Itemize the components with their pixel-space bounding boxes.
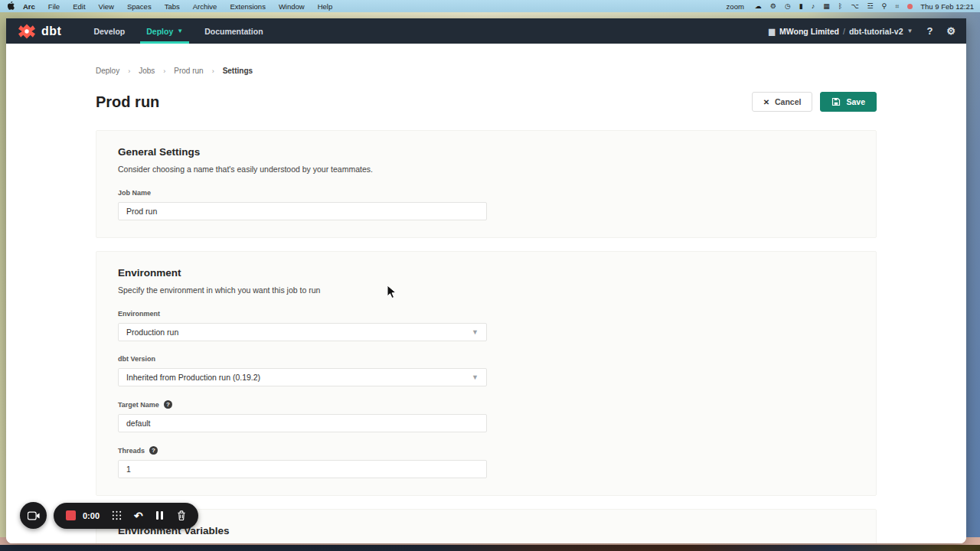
undo-restart-icon[interactable]: ↶ (134, 510, 143, 522)
project-name: dbt-tutorial-v2 (849, 27, 903, 36)
clock-icon[interactable]: ◷ (785, 3, 791, 10)
save-button-label: Save (846, 97, 865, 106)
video-camera-icon (28, 511, 40, 520)
cancel-button[interactable]: ✕ Cancel (752, 92, 813, 112)
general-settings-title: General Settings (118, 146, 854, 158)
threads-label: Threads (118, 447, 145, 455)
menubar-clock[interactable]: Thu 9 Feb 12:21 (920, 2, 974, 11)
stop-record-button[interactable] (66, 510, 76, 520)
environment-variables-card: Environment Variables Job level override… (96, 509, 877, 543)
nav-link-develop[interactable]: Develop (83, 18, 136, 44)
account-slash: / (843, 27, 845, 36)
mouse-cursor (387, 285, 397, 303)
zoom-status-item[interactable]: zoom (727, 2, 744, 11)
trash-icon[interactable] (177, 510, 186, 520)
account-project-switcher[interactable]: ▆ MWong Limited / dbt-tutorial-v2 ▼ (769, 27, 913, 36)
dbt-version-select[interactable]: Inherited from Production run (0.19.2) ▼ (118, 368, 487, 386)
threads-help-icon[interactable]: ? (149, 446, 158, 455)
nav-spacer (274, 18, 769, 44)
nav-link-documentation[interactable]: Documentation (194, 18, 273, 44)
environment-variables-title: Environment Variables (118, 525, 854, 536)
nav-link-documentation-label: Documentation (204, 27, 263, 36)
breadcrumb-separator: › (163, 67, 165, 75)
menubar-item-edit[interactable]: Edit (73, 2, 85, 11)
wifi-icon[interactable]: ☲ (867, 3, 874, 10)
target-name-input[interactable] (118, 414, 487, 432)
nav-right: ▆ MWong Limited / dbt-tutorial-v2 ▼ ? ⚙ (769, 18, 966, 44)
volume-icon[interactable]: ♪ (812, 3, 815, 10)
menubar-item-extensions[interactable]: Extensions (230, 2, 265, 11)
cloud-icon[interactable]: ☁ (755, 3, 762, 10)
bluetooth-icon[interactable]: ᛒ (838, 3, 842, 10)
search-icon[interactable]: ⚲ (882, 3, 887, 10)
keyboard-icon[interactable]: ⌥ (851, 3, 858, 10)
breadcrumb-separator: › (128, 67, 130, 75)
breadcrumb-deploy[interactable]: Deploy (96, 67, 119, 75)
macos-menubar: Arc File Edit View Spaces Tabs Archive E… (0, 0, 980, 12)
nav-link-deploy[interactable]: Deploy ▼ (136, 18, 194, 44)
help-icon[interactable]: ? (926, 25, 933, 37)
dbt-logo-icon (17, 23, 37, 40)
environment-card: Environment Specify the environment in w… (96, 251, 877, 496)
dbt-logo[interactable]: dbt (17, 18, 61, 44)
dock-strip (0, 545, 980, 551)
page-content: Deploy › Jobs › Prod run › Settings Prod… (6, 44, 966, 543)
environment-description: Specify the environment in which you wan… (118, 285, 854, 295)
apple-menu-icon[interactable] (8, 2, 15, 11)
nav-link-develop-label: Develop (93, 27, 125, 36)
job-name-input[interactable] (118, 202, 487, 220)
menubar-item-help[interactable]: Help (318, 2, 333, 11)
breadcrumb-settings: Settings (223, 67, 253, 75)
chevron-down-icon: ▼ (177, 28, 183, 34)
menubar-item-window[interactable]: Window (279, 2, 305, 11)
close-icon: ✕ (763, 98, 769, 106)
screen-recorder-toolbar: 0:00 ↶ (20, 502, 198, 529)
target-name-help-icon[interactable]: ? (164, 400, 172, 409)
menubar-item-arc[interactable]: Arc (23, 2, 35, 11)
target-name-label: Target Name (118, 401, 159, 409)
environment-select-value: Production run (126, 328, 178, 337)
job-name-label: Job Name (118, 189, 854, 197)
drag-handle-icon[interactable] (112, 510, 122, 520)
breadcrumb-prod-run[interactable]: Prod run (174, 67, 203, 75)
page-title: Prod run (96, 93, 159, 111)
breadcrumb: Deploy › Jobs › Prod run › Settings (96, 67, 877, 75)
menubar-item-file[interactable]: File (48, 2, 60, 11)
dbt-version-select-value: Inherited from Production run (0.19.2) (126, 373, 260, 382)
recorder-controls-pill: 0:00 ↶ (54, 503, 198, 529)
chevron-down-icon: ▼ (906, 28, 913, 34)
cancel-button-label: Cancel (775, 97, 801, 106)
camera-button[interactable] (20, 502, 47, 529)
environment-select[interactable]: Production run ▼ (118, 323, 487, 341)
chevron-down-icon: ▼ (472, 373, 479, 381)
pause-icon[interactable] (155, 511, 165, 520)
gear-icon[interactable]: ⚙ (770, 3, 776, 10)
nav-link-deploy-label: Deploy (146, 27, 173, 36)
record-timer: 0:00 (83, 511, 100, 520)
environment-select-label: Environment (118, 310, 854, 318)
general-settings-description: Consider choosing a name that's easily u… (118, 165, 854, 174)
menubar-item-spaces[interactable]: Spaces (127, 2, 152, 11)
dbt-brand-name: dbt (41, 24, 61, 38)
chevron-down-icon: ▼ (472, 328, 479, 336)
dbt-navbar: dbt Develop Deploy ▼ Documentation ▆ MWo… (6, 18, 966, 44)
menubar-item-tabs[interactable]: Tabs (165, 2, 180, 11)
settings-gear-icon[interactable]: ⚙ (946, 25, 956, 37)
nav-links: Develop Deploy ▼ Documentation (83, 18, 273, 44)
page-actions: ✕ Cancel Save (752, 92, 877, 112)
battery-icon[interactable]: ▮ (799, 3, 803, 10)
breadcrumb-separator: › (212, 67, 214, 75)
menubar-item-view[interactable]: View (99, 2, 114, 11)
calendar-icon[interactable]: ▦ (823, 3, 830, 10)
browser-window: dbt Develop Deploy ▼ Documentation ▆ MWo… (6, 18, 966, 543)
display-icon[interactable]: ⌗ (895, 3, 899, 10)
save-icon (831, 97, 841, 106)
menubar-item-archive[interactable]: Archive (193, 2, 217, 11)
dbt-version-label: dbt Version (118, 355, 854, 363)
breadcrumb-jobs[interactable]: Jobs (139, 67, 155, 75)
account-name: MWong Limited (779, 27, 839, 36)
save-button[interactable]: Save (820, 92, 877, 112)
threads-input[interactable] (118, 460, 487, 478)
folder-icon: ▆ (769, 27, 775, 35)
recording-indicator-dot[interactable] (907, 4, 913, 9)
